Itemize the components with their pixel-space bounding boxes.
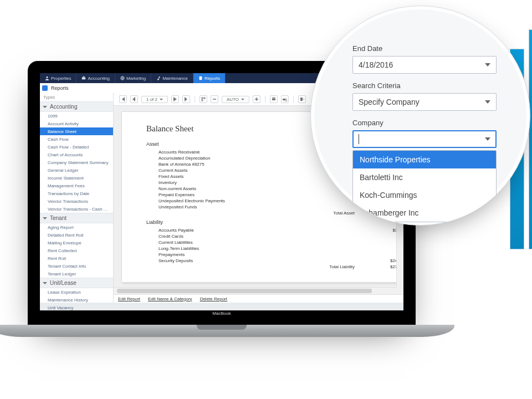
person-icon bbox=[45, 76, 49, 80]
group-header[interactable]: Accounting bbox=[40, 101, 113, 112]
search-criteria-field[interactable]: Specify Company bbox=[352, 93, 497, 111]
prev-page-button[interactable] bbox=[130, 95, 138, 103]
sidebar-item[interactable]: Cash Flow - Detailed bbox=[40, 143, 113, 151]
svg-rect-1 bbox=[82, 77, 85, 79]
svg-rect-6 bbox=[204, 98, 205, 99]
sidebar-item[interactable]: Income Statement bbox=[40, 174, 113, 182]
chevron-down-icon bbox=[485, 100, 490, 104]
svg-rect-7 bbox=[202, 100, 203, 101]
end-date-label: End Date bbox=[352, 44, 497, 53]
nav-maintenance[interactable]: Maintenance bbox=[151, 73, 193, 83]
zoom-text: AUTO bbox=[227, 97, 239, 102]
sidebar-item[interactable]: 1099 bbox=[40, 112, 113, 120]
nav-marketing[interactable]: Marketing bbox=[115, 73, 151, 83]
report-row: Long-Term Liabilities$0.00 bbox=[146, 245, 403, 252]
delete-report[interactable]: Delete Report bbox=[200, 296, 227, 301]
sidebar-item[interactable]: Aging Report bbox=[40, 223, 113, 231]
nav-reports[interactable]: Reports bbox=[193, 73, 226, 83]
svg-rect-9 bbox=[273, 98, 275, 99]
chevron-down-icon bbox=[485, 137, 490, 141]
sidebar-item[interactable]: Tenant Ledger bbox=[40, 270, 113, 278]
group-header[interactable]: Unit/Lease bbox=[40, 278, 113, 288]
total-asset-row: Total Asset$155,065.30 bbox=[146, 210, 403, 216]
sidebar-item[interactable]: Balance Sheet bbox=[40, 127, 113, 135]
company-option[interactable]: Bartoletti Inc bbox=[353, 168, 496, 186]
svg-point-11 bbox=[285, 99, 287, 101]
sidebar-item[interactable]: Tenant Contact Info bbox=[40, 262, 113, 270]
sidebar-item[interactable]: Account Activity bbox=[40, 120, 113, 127]
company-option[interactable]: Northside Properties bbox=[353, 151, 496, 168]
edit-report[interactable]: Edit Report bbox=[118, 296, 140, 301]
caret-down-icon bbox=[43, 217, 47, 219]
horizontal-scrollbar[interactable] bbox=[114, 287, 397, 294]
print-settings-button[interactable] bbox=[281, 95, 289, 103]
report-row: Credit Cards$0.00 bbox=[146, 233, 403, 239]
macbook-label: MacBook bbox=[40, 310, 403, 316]
play-button[interactable] bbox=[171, 95, 179, 103]
search-criteria-label: Search Criteria bbox=[352, 81, 497, 90]
zoom-out-button[interactable] bbox=[211, 95, 218, 103]
end-date-value: 4/18/2016 bbox=[359, 60, 393, 69]
sidebar-item[interactable]: Lease Expiration bbox=[40, 288, 113, 296]
sidebar-item[interactable]: Rent Collected bbox=[40, 247, 113, 254]
company-option[interactable]: Koch-Cummings bbox=[353, 186, 496, 204]
sidebar-item[interactable]: Maintenance History bbox=[40, 296, 113, 304]
text-cursor bbox=[359, 134, 359, 144]
sidebar-item[interactable]: Transactions by Date bbox=[40, 190, 113, 197]
sidebar-item[interactable]: Unit Vacancy bbox=[40, 304, 113, 310]
svg-point-0 bbox=[46, 76, 48, 78]
group-header[interactable]: Tenant bbox=[40, 213, 113, 223]
export-button[interactable] bbox=[298, 95, 306, 103]
report-footer-actions: Edit Report Edit Name & Category Delete … bbox=[114, 294, 403, 303]
sidebar-item[interactable]: Management Fees bbox=[40, 182, 113, 190]
nav-properties[interactable]: Properties bbox=[40, 73, 76, 83]
sidebar-item[interactable]: Company Statement Summary bbox=[40, 158, 113, 166]
caret-down-icon bbox=[43, 282, 47, 284]
zoom-lens: End Date 4/18/2016 Search Criteria Speci… bbox=[310, 6, 530, 226]
report-row: Current Liabilities$0.00 bbox=[146, 239, 403, 245]
zoom-level[interactable]: AUTO bbox=[222, 96, 249, 103]
types-label: Types bbox=[40, 93, 113, 101]
nav-accounting[interactable]: Accounting bbox=[76, 73, 115, 83]
sidebar-item[interactable]: Chart of Accounts bbox=[40, 151, 113, 158]
document-icon bbox=[198, 76, 203, 80]
sidebar-item[interactable]: Detailed Rent Roll bbox=[40, 231, 113, 239]
sidebar-item[interactable]: Rent Roll bbox=[40, 254, 113, 262]
edit-name-category[interactable]: Edit Name & Category bbox=[148, 296, 192, 301]
zoom-in-button[interactable] bbox=[253, 95, 260, 103]
sidebar-item[interactable]: General Ledger bbox=[40, 166, 113, 174]
report-row: Security Deposits$24,000.00 bbox=[146, 258, 403, 264]
print-button[interactable] bbox=[270, 95, 278, 103]
nav-label: Properties bbox=[51, 76, 71, 81]
nav-label: Maintenance bbox=[162, 76, 188, 81]
search-criteria-value: Specify Company bbox=[359, 98, 420, 106]
chevron-down-icon bbox=[485, 63, 490, 66]
last-page-button[interactable] bbox=[182, 95, 190, 103]
company-field[interactable] bbox=[352, 130, 497, 148]
total-liability-row: Total Liability$27,850.00 bbox=[146, 264, 403, 270]
report-row: Prepayments$0.00 bbox=[146, 252, 403, 258]
zoom-toggle-button[interactable] bbox=[200, 95, 207, 103]
svg-rect-4 bbox=[200, 76, 202, 80]
company-label: Company bbox=[352, 119, 497, 127]
wrench-icon bbox=[156, 76, 161, 80]
subbar-title: Reports bbox=[51, 85, 69, 91]
report-sidebar: Types Accounting1099Account ActivityBala… bbox=[40, 93, 114, 303]
company-dropdown: Northside Properties Bartoletti Inc Koch… bbox=[352, 150, 497, 222]
page-indicator[interactable]: 1 of 2 bbox=[141, 96, 168, 103]
nav-label: Reports bbox=[204, 76, 220, 81]
sidebar-item[interactable]: Cash Flow bbox=[40, 135, 113, 143]
group-title: Unit/Lease bbox=[50, 280, 76, 286]
sidebar-item[interactable]: Vendor Transactions - Cash Ac... bbox=[40, 205, 113, 213]
sidebar-item[interactable]: Mailing Envelope bbox=[40, 239, 113, 247]
first-page-button[interactable] bbox=[119, 95, 127, 103]
sidebar-item[interactable]: Vendor Transactions bbox=[40, 197, 113, 205]
end-date-field[interactable]: 4/18/2016 bbox=[352, 56, 497, 74]
reports-icon bbox=[42, 85, 48, 91]
nav-label: Accounting bbox=[88, 76, 110, 81]
svg-rect-2 bbox=[83, 76, 85, 78]
report-row: Accounts Payable$3,850.00 bbox=[146, 227, 403, 233]
svg-rect-12 bbox=[300, 98, 303, 101]
page-text: 1 of 2 bbox=[146, 97, 157, 102]
caret-down-icon bbox=[43, 106, 47, 108]
